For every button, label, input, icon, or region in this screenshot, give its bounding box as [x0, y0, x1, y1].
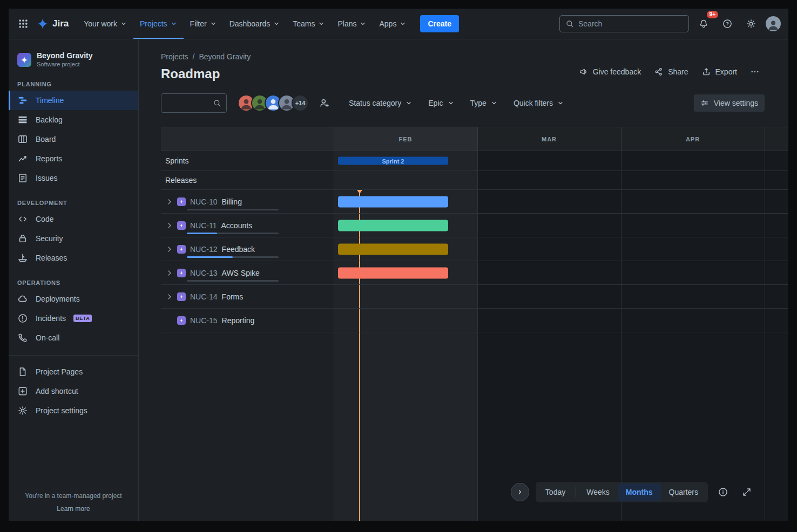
- nav-your-work[interactable]: Your work: [77, 9, 133, 39]
- megaphone-icon: [579, 67, 589, 77]
- create-button[interactable]: Create: [420, 15, 459, 32]
- releases-bar-area: [334, 171, 788, 189]
- sidebar-item-label: Project settings: [36, 406, 87, 415]
- more-actions-button[interactable]: [745, 64, 765, 79]
- sidebar-item-label: On-call: [36, 333, 59, 342]
- jira-logo[interactable]: Jira: [37, 18, 69, 30]
- give-feedback-button[interactable]: Give feedback: [574, 64, 646, 79]
- sidebar-item-label: Project Pages: [36, 367, 83, 376]
- sidebar-item-security[interactable]: Security: [9, 229, 138, 248]
- nav-filter[interactable]: Filter: [184, 9, 223, 39]
- project-header[interactable]: Beyond Gravity Software project: [9, 49, 138, 69]
- zoom-quarters-button[interactable]: Quarters: [661, 483, 706, 501]
- sidebar-divider: [9, 355, 138, 356]
- nav-projects[interactable]: Projects: [133, 9, 184, 39]
- expand-icon: [742, 487, 752, 497]
- backlog-icon: [17, 114, 28, 125]
- sidebar-item-issues[interactable]: Issues: [9, 168, 138, 188]
- sprint-bar[interactable]: Sprint 2: [338, 157, 448, 165]
- expand-chevron-icon[interactable]: [165, 221, 175, 230]
- epic-bar[interactable]: [338, 267, 448, 278]
- breadcrumb-project-name[interactable]: Beyond Gravity: [199, 52, 251, 61]
- jira-app-window: Jira Your work Projects Filter Dashboard…: [9, 9, 788, 521]
- expand-chevron-icon[interactable]: [165, 245, 175, 254]
- global-search[interactable]: [559, 15, 689, 32]
- alert-icon: [17, 313, 28, 324]
- app-switcher-button[interactable]: [14, 15, 32, 33]
- give-feedback-label: Give feedback: [593, 67, 641, 76]
- filter-epic[interactable]: Epic: [423, 96, 459, 111]
- zoom-months-button[interactable]: Months: [618, 483, 661, 501]
- expand-chevron-icon[interactable]: [165, 269, 175, 277]
- breadcrumb: Projects / Beyond Gravity: [161, 52, 251, 61]
- sidebar-item-deployments[interactable]: Deployments: [9, 289, 138, 309]
- gear-icon: [746, 18, 757, 29]
- epic-key: NUC-12: [190, 245, 218, 254]
- epic-row[interactable]: NUC-10 Billing: [161, 190, 788, 214]
- sidebar-item-project-settings[interactable]: Project settings: [9, 401, 138, 420]
- filter-type[interactable]: Type: [465, 96, 503, 111]
- epic-icon: [177, 269, 186, 277]
- sidebar-item-reports[interactable]: Reports: [9, 149, 138, 168]
- epic-row[interactable]: NUC-14 Forms: [161, 285, 788, 309]
- nav-apps[interactable]: Apps: [373, 9, 413, 39]
- epic-bar[interactable]: [338, 196, 448, 207]
- sidebar-item-add-shortcut[interactable]: Add shortcut: [9, 381, 138, 401]
- sprints-bar-area: Sprint 2: [334, 151, 788, 170]
- epic-bar[interactable]: [338, 220, 448, 231]
- expand-panel-button[interactable]: [511, 483, 529, 501]
- sidebar-item-label: Issues: [36, 174, 57, 182]
- nav-plans[interactable]: Plans: [331, 9, 373, 39]
- sidebar-item-code[interactable]: Code: [9, 209, 138, 229]
- settings-button[interactable]: [742, 15, 760, 33]
- epic-icon: [177, 245, 186, 254]
- sidebar-item-board[interactable]: Board: [9, 129, 138, 149]
- add-people-button[interactable]: [315, 94, 334, 112]
- filter-status-category[interactable]: Status category: [343, 96, 417, 111]
- expand-chevron-icon[interactable]: [165, 197, 175, 206]
- expand-chevron-icon[interactable]: [165, 292, 175, 301]
- chevron-down-icon: [448, 100, 454, 106]
- learn-more-link[interactable]: Learn more: [17, 505, 130, 513]
- fullscreen-button[interactable]: [738, 483, 755, 501]
- help-button[interactable]: ?: [718, 15, 737, 33]
- epic-bar-area: [334, 237, 788, 261]
- epic-row[interactable]: NUC-13 AWS Spike: [161, 261, 788, 285]
- breadcrumb-projects[interactable]: Projects: [161, 52, 188, 61]
- view-settings-button[interactable]: View settings: [694, 94, 765, 112]
- today-button[interactable]: Today: [537, 483, 573, 501]
- sidebar-item-incidents[interactable]: Incidents BETA: [9, 309, 138, 328]
- epic-key: NUC-11: [190, 221, 217, 230]
- chevron-down-icon: [491, 100, 497, 106]
- jira-logo-icon: [37, 18, 49, 30]
- share-button[interactable]: Share: [649, 64, 693, 79]
- zoom-weeks-button[interactable]: Weeks: [578, 483, 618, 501]
- epic-row[interactable]: NUC-12 Feedback: [161, 237, 788, 261]
- nav-dashboards[interactable]: Dashboards: [223, 9, 287, 39]
- sidebar-item-backlog[interactable]: Backlog: [9, 110, 138, 129]
- epic-list-cell: NUC-15 Reporting: [161, 309, 334, 332]
- filter-quick-filters[interactable]: Quick filters: [508, 96, 569, 111]
- jira-logo-text: Jira: [52, 18, 69, 29]
- svg-text:?: ?: [726, 21, 729, 26]
- epic-row[interactable]: NUC-15 Reporting: [161, 309, 788, 332]
- sidebar-item-releases[interactable]: Releases: [9, 248, 138, 268]
- page-title: Roadmap: [161, 66, 251, 81]
- timeline-search[interactable]: [161, 93, 227, 113]
- lock-icon: [17, 233, 28, 244]
- user-avatar[interactable]: [766, 16, 781, 31]
- avatar-overflow-count[interactable]: +14: [292, 94, 309, 112]
- export-button[interactable]: Export: [697, 64, 742, 79]
- global-search-input[interactable]: [578, 19, 683, 28]
- sidebar-item-timeline[interactable]: Timeline: [9, 91, 138, 110]
- epic-name: Accounts: [221, 221, 253, 230]
- timeline-info-button[interactable]: [714, 483, 732, 501]
- chevron-down-icon: [406, 100, 412, 106]
- sidebar-item-project-pages[interactable]: Project Pages: [9, 362, 138, 381]
- timeline-search-input[interactable]: [166, 99, 213, 107]
- sidebar-item-on-call[interactable]: On-call: [9, 328, 138, 347]
- epic-bar[interactable]: [338, 243, 448, 255]
- epic-row[interactable]: NUC-11 Accounts: [161, 214, 788, 237]
- nav-teams[interactable]: Teams: [286, 9, 331, 39]
- reports-icon: [17, 153, 28, 164]
